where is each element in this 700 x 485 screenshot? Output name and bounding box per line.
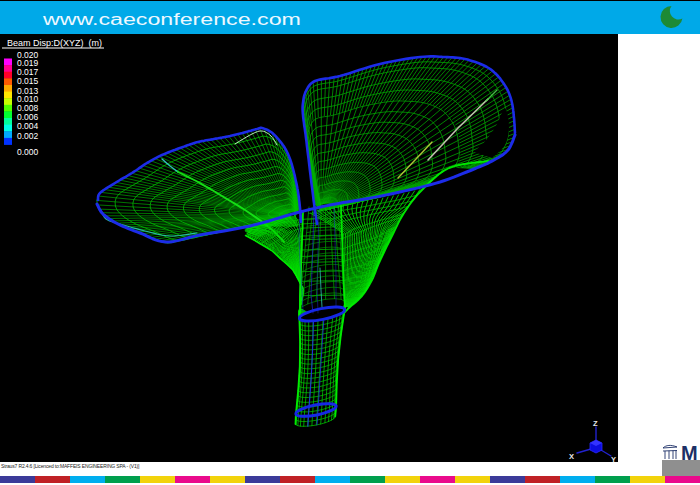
svg-text:Z: Z [593,419,598,428]
svg-text:X: X [569,452,574,461]
svg-text:Y: Y [611,455,616,462]
